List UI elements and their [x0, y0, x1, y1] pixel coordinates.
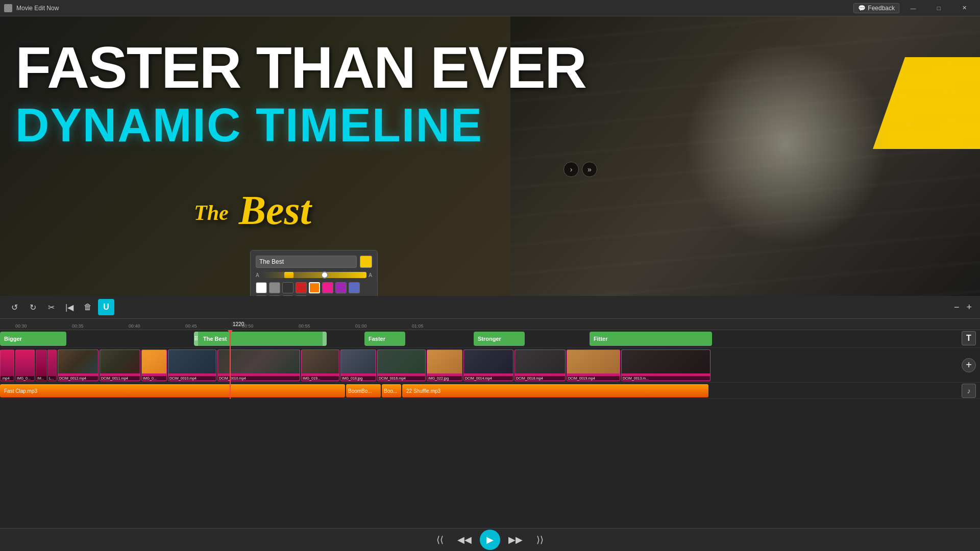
- add-video-button[interactable]: +: [962, 358, 976, 372]
- gradient-slider[interactable]: [261, 272, 367, 278]
- nav-skip-arrow[interactable]: »: [582, 162, 597, 177]
- clip-handle-right[interactable]: [323, 332, 327, 346]
- zoom-in-button[interactable]: +: [964, 300, 974, 315]
- title-clip-fitter[interactable]: Fitter: [590, 332, 712, 346]
- cut-button[interactable]: ✂: [43, 299, 59, 315]
- timeline-ruler: 1220 00:30 00:35 00:40 00:45 00:50 00:55…: [0, 319, 980, 330]
- swatch-brown[interactable]: [296, 295, 307, 296]
- swatch-red[interactable]: [296, 282, 307, 293]
- ruler-00-40: 00:40: [129, 323, 140, 329]
- video-clip-dcim0019[interactable]: DCIM_0019.mp4: [567, 349, 620, 381]
- audio-clip-shuffle[interactable]: 22 Shuffle.mp3: [402, 384, 708, 397]
- figure-glow: [684, 42, 888, 246]
- timeline-toolbar: ↺ ↻ ✂ |◀ 🗑 U − +: [0, 296, 980, 319]
- app-icon: [4, 4, 12, 12]
- video-clip-1[interactable]: .mp4: [0, 349, 14, 381]
- step-forward-button[interactable]: ▶▶: [506, 531, 525, 549]
- gradient-handle[interactable]: [321, 271, 328, 279]
- the-best-overlay: The Best: [158, 164, 347, 256]
- step-back-button[interactable]: ◀◀: [455, 531, 474, 549]
- titlebar-right: 💬 Feedback — □ ✕: [853, 0, 976, 16]
- clip-thumb2: [100, 350, 140, 373]
- swatch-light-green[interactable]: [282, 295, 293, 296]
- video-clip-dcim0013[interactable]: DCIM_0013.m...: [621, 349, 710, 381]
- feedback-button[interactable]: 💬 Feedback: [853, 3, 899, 13]
- alpha-start-label: A: [256, 272, 259, 278]
- ruler-00-50: 00:50: [242, 323, 254, 329]
- video-clip-dcim0018[interactable]: DCIM_0018.mp4: [514, 349, 566, 381]
- ruler-00-30: 00:30: [15, 323, 27, 329]
- title-clip-faster[interactable]: Faster: [364, 332, 405, 346]
- main-title-text: FASTER THAN EVER: [15, 37, 586, 98]
- clip-thumb7: [341, 350, 376, 373]
- video-clip-dcim0010a[interactable]: DCIM_0010.mp4: [168, 349, 216, 381]
- color-picker-text-input[interactable]: The Best: [256, 256, 357, 268]
- title-track: Bigger ⠿ The Best Faster Stronger Fitter…: [0, 330, 980, 348]
- timeline-tracks: Bigger ⠿ The Best Faster Stronger Fitter…: [0, 330, 980, 399]
- rewind-button[interactable]: ⟨⟨: [431, 531, 449, 549]
- zoom-out-button[interactable]: −: [952, 300, 962, 315]
- video-clip-2[interactable]: IMG_0...: [15, 349, 35, 381]
- zoom-controls: − +: [952, 300, 974, 315]
- clip-thumb9: [427, 350, 462, 373]
- ruler-00-55: 00:55: [299, 323, 310, 329]
- swatch-cyan[interactable]: [256, 295, 267, 296]
- undo-button[interactable]: ↺: [6, 299, 22, 315]
- audio-clip-fast-clap[interactable]: Fast Clap.mp3: [0, 384, 345, 397]
- ruler-00-45: 00:45: [185, 323, 197, 329]
- timeline-section: ↺ ↻ ✂ |◀ 🗑 U − + 1220 00:30 00:35 00:40 …: [0, 296, 980, 551]
- nav-next-arrow[interactable]: ›: [564, 162, 579, 177]
- audio-clip-boom2[interactable]: Boo...: [382, 384, 401, 397]
- end-button[interactable]: ⟩⟩: [531, 531, 549, 549]
- app-title: Movie Edit Now: [16, 5, 59, 12]
- video-clip-4[interactable]: L...: [47, 349, 57, 381]
- maximize-button[interactable]: □: [927, 0, 950, 16]
- clip-thumb4: [168, 350, 216, 373]
- title-line1: FASTER THAN EVER: [15, 37, 586, 98]
- ruler-01-05: 01:05: [412, 323, 424, 329]
- music-note-button[interactable]: ♪: [962, 384, 976, 398]
- video-clip-dcim0011[interactable]: DCIM_0011.mp4: [100, 349, 140, 381]
- swatch-white[interactable]: [256, 282, 267, 293]
- title-clip-the-best[interactable]: ⠿ The Best: [194, 332, 327, 346]
- swatch-orange[interactable]: [309, 282, 320, 293]
- delete-button[interactable]: 🗑: [80, 299, 96, 315]
- title-clip-bigger[interactable]: Bigger: [0, 332, 66, 346]
- swatch-dark[interactable]: [282, 282, 293, 293]
- video-clip-img019[interactable]: IMG_019...: [301, 349, 339, 381]
- swatch-pink[interactable]: [322, 282, 333, 293]
- preview-area: FASTER THAN EVER DYNAMIC TIMELINE The Be…: [0, 16, 980, 296]
- split-button[interactable]: |◀: [61, 299, 78, 315]
- highlight-u-button[interactable]: U: [98, 299, 114, 315]
- clip-thumb3: [142, 350, 166, 373]
- minimize-button[interactable]: —: [901, 0, 925, 16]
- audio-clip-boom1[interactable]: BoomBo...: [346, 384, 381, 397]
- redo-button[interactable]: ↻: [24, 299, 41, 315]
- clip-thumb8: [378, 350, 425, 373]
- video-clip-img018[interactable]: IMG_018.jpg: [340, 349, 376, 381]
- video-clip-3[interactable]: IM...: [36, 349, 47, 381]
- subtitle-line: DYNAMIC TIMELINE: [15, 101, 483, 150]
- video-clip-dcim0014[interactable]: DCIM_0014.mp4: [463, 349, 513, 381]
- video-clip-img0[interactable]: IMG_0...: [141, 349, 167, 381]
- swatch-indigo[interactable]: [349, 282, 360, 293]
- close-button[interactable]: ✕: [952, 0, 976, 16]
- video-clip-dcim0012[interactable]: DCIM_0012.mp4: [58, 349, 99, 381]
- active-color-swatch[interactable]: [360, 256, 372, 268]
- video-clip-img022[interactable]: IMG_022.jpg: [427, 349, 462, 381]
- play-button[interactable]: ▶: [480, 530, 500, 550]
- clip-thumb13: [622, 350, 710, 373]
- clip-thumb: [58, 350, 98, 373]
- playhead: [230, 330, 231, 399]
- title-clip-stronger[interactable]: Stronger: [474, 332, 525, 346]
- swatch-green[interactable]: [269, 295, 280, 296]
- video-clip-dcim0016[interactable]: DCIM_0016.mp4: [377, 349, 426, 381]
- text-track-add-button[interactable]: T: [962, 331, 976, 345]
- clip-handle-left[interactable]: ⠿: [194, 332, 198, 346]
- swatch-gray[interactable]: [269, 282, 280, 293]
- main-subtitle-text: DYNAMIC TIMELINE: [15, 101, 483, 150]
- color-picker-input-row: The Best: [256, 256, 372, 268]
- feedback-label: Feedback: [868, 5, 895, 12]
- swatch-purple[interactable]: [335, 282, 347, 293]
- clip-thumb6: [302, 350, 339, 373]
